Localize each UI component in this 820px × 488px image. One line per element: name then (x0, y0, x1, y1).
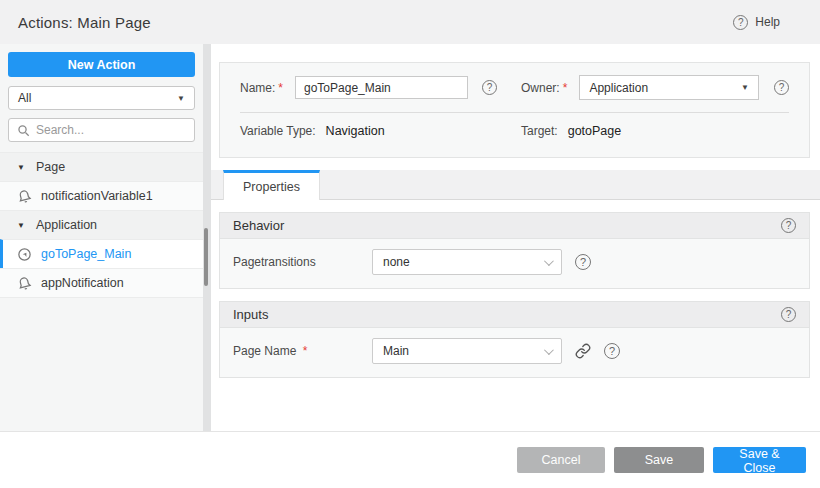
required-marker: * (563, 81, 568, 95)
required-marker: * (303, 344, 308, 358)
variable-type-value: Navigation (326, 124, 385, 138)
footer-bar: Cancel Save Save & Close (0, 431, 820, 488)
name-label: Name: (240, 81, 275, 95)
tree-group-page[interactable]: ▼ Page (0, 152, 203, 181)
variable-type-label: Variable Type: (240, 124, 316, 138)
filter-select[interactable]: All ▼ (8, 86, 195, 110)
inputs-section-title: Inputs (233, 307, 268, 322)
help-button[interactable]: ? Help (733, 15, 780, 30)
tree-item-appNotification[interactable]: appNotification (0, 268, 203, 297)
caret-down-icon: ▼ (741, 83, 749, 92)
bell-icon (17, 189, 32, 204)
required-marker: * (278, 81, 283, 95)
caret-down-icon: ▼ (177, 94, 185, 103)
pagetransitions-help-icon[interactable]: ? (575, 254, 591, 270)
page-name-value: Main (383, 344, 409, 358)
chevron-down-icon (544, 256, 554, 266)
link-binding-icon[interactable] (575, 343, 591, 359)
owner-select[interactable]: Application ▼ (579, 75, 759, 100)
action-tree: ▼ Page notificationVariable1 ▼ Applicati… (0, 152, 203, 298)
bell-icon (17, 276, 32, 291)
tab-bar: Properties (211, 170, 820, 200)
filter-select-value: All (18, 91, 31, 105)
content-row: New Action All ▼ ▼ Page (0, 44, 820, 431)
tree-group-label: Page (36, 160, 65, 174)
navigation-icon (17, 247, 32, 262)
sidebar: New Action All ▼ ▼ Page (0, 44, 203, 431)
owner-help-icon[interactable]: ? (774, 80, 789, 95)
tree-item-label: notificationVariable1 (41, 189, 153, 203)
caret-down-icon: ▼ (17, 163, 25, 172)
action-summary-panel: Name: * ? Owner: * Application ▼ ? Varia… (219, 62, 810, 158)
pagetransitions-value: none (383, 255, 410, 269)
pagetransitions-label: Pagetransitions (233, 255, 372, 269)
owner-select-value: Application (589, 81, 648, 95)
tree-group-application[interactable]: ▼ Application (0, 210, 203, 239)
target-label: Target: (521, 124, 558, 138)
name-help-icon[interactable]: ? (482, 80, 497, 95)
new-action-button[interactable]: New Action (8, 52, 195, 77)
pagetransitions-dropdown[interactable]: none (372, 249, 562, 275)
help-icon: ? (733, 15, 748, 30)
behavior-help-icon[interactable]: ? (781, 218, 796, 233)
page-name-label: Page Name * (233, 344, 372, 358)
page-name-label-text: Page Name (233, 344, 296, 358)
chevron-down-icon (544, 345, 554, 355)
page-header: Actions: Main Page ? Help (0, 0, 820, 44)
save-button[interactable]: Save (614, 447, 704, 473)
help-label: Help (755, 15, 780, 29)
behavior-section: Behavior ? Pagetransitions none ? (219, 212, 810, 289)
tree-group-label: Application (36, 218, 97, 232)
main-content: Name: * ? Owner: * Application ▼ ? Varia… (211, 44, 820, 431)
caret-down-icon: ▼ (17, 221, 25, 230)
save-and-close-button[interactable]: Save & Close (713, 447, 806, 473)
tree-item-goToPage_Main[interactable]: goToPage_Main (0, 239, 203, 268)
search-box[interactable] (8, 118, 195, 142)
tree-item-notificationVariable1[interactable]: notificationVariable1 (0, 181, 203, 210)
search-icon (17, 124, 30, 137)
sidebar-scrollbar[interactable] (204, 228, 208, 286)
target-value: gotoPage (568, 124, 622, 138)
tree-item-label: appNotification (41, 276, 124, 290)
page-title: Actions: Main Page (18, 14, 151, 31)
tab-properties[interactable]: Properties (223, 170, 320, 200)
search-input[interactable] (36, 123, 186, 137)
page-name-help-icon[interactable]: ? (604, 343, 620, 359)
page-name-dropdown[interactable]: Main (372, 338, 562, 364)
cancel-button[interactable]: Cancel (517, 447, 605, 473)
owner-label: Owner: (521, 81, 560, 95)
tree-item-label: goToPage_Main (41, 247, 131, 261)
app-window: Actions: Main Page ? Help New Action All… (0, 0, 820, 488)
inputs-help-icon[interactable]: ? (781, 307, 796, 322)
name-field[interactable] (295, 76, 468, 99)
behavior-section-title: Behavior (233, 218, 284, 233)
sidebar-divider (203, 44, 211, 431)
inputs-section: Inputs ? Page Name * Main (219, 301, 810, 378)
